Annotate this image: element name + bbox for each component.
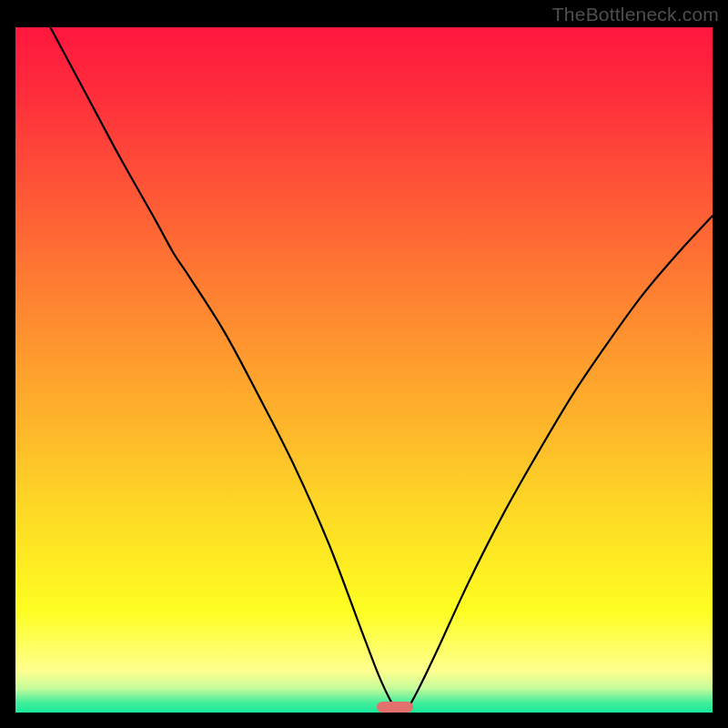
chart-frame: TheBottleneck.com <box>0 0 728 728</box>
plot-area <box>15 27 713 713</box>
bottleneck-curve <box>15 27 713 713</box>
watermark-text: TheBottleneck.com <box>552 4 719 25</box>
optimal-point-marker <box>377 702 413 713</box>
